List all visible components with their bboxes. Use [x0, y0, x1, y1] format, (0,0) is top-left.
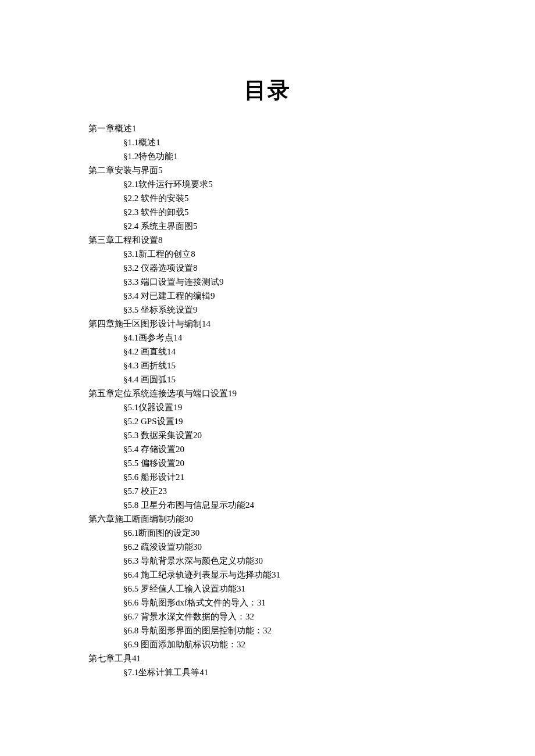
page-title: 目录 [0, 76, 535, 105]
section-item: §6.6 导航图形dxf格式文件的导入：31 [88, 596, 535, 610]
section-item: §6.1断面图的设定30 [88, 526, 535, 540]
chapter-heading: 第五章定位系统连接选项与端口设置19 [88, 386, 535, 400]
section-item: §4.2 画直线14 [88, 345, 535, 359]
chapter-heading: 第四章施壬区图形设计与编制14 [88, 317, 535, 331]
section-item: §5.2 GPS设置19 [88, 414, 535, 428]
section-item: §3.4 对已建工程的编辑9 [88, 289, 535, 303]
section-item: §5.8 卫星分布图与信息显示功能24 [88, 498, 535, 512]
table-of-contents: 第一章概述1 §1.1概述1 §1.2特色功能1 第二章安装与界面5 §2.1软… [0, 121, 535, 679]
section-item: §4.3 画折线15 [88, 359, 535, 372]
chapter-heading: 第六章施工断面编制功能30 [88, 512, 535, 526]
section-item: §2.2 软件的安装5 [88, 191, 535, 205]
section-item: §2.4 系统主界面图5 [88, 219, 535, 233]
section-item: §5.4 存储设置20 [88, 442, 535, 456]
chapter-heading: 第七章工具41 [88, 651, 535, 665]
section-item: §6.3 导航背景水深与颜色定义功能30 [88, 554, 535, 568]
section-item: §2.1软件运行环境要求5 [88, 177, 535, 191]
section-item: §6.4 施工纪录轨迹列表显示与选择功能31 [88, 568, 535, 582]
section-item: §6.2 疏浚设置功能30 [88, 540, 535, 554]
chapter-heading: 第一章概述1 [88, 121, 535, 135]
section-item: §6.9 图面添加助航标识功能：32 [88, 637, 535, 651]
section-item: §5.6 船形设计21 [88, 470, 535, 484]
section-item: §6.7 背景水深文件数据的导入：32 [88, 610, 535, 624]
chapter-heading: 第二章安装与界面5 [88, 163, 535, 177]
section-item: §5.5 偏移设置20 [88, 456, 535, 470]
section-item: §5.1仪器设置19 [88, 400, 535, 414]
section-item: §1.2特色功能1 [88, 149, 535, 163]
section-item: §1.1概述1 [88, 135, 535, 149]
section-item: §3.3 端口设置与连接测试9 [88, 275, 535, 289]
section-item: §7.1坐标计算工具等41 [88, 665, 535, 679]
section-item: §3.2 仪器选项设置8 [88, 261, 535, 275]
section-item: §4.4 画圆弧15 [88, 372, 535, 386]
section-item: §5.3 数据采集设置20 [88, 428, 535, 442]
chapter-heading: 第三章工程和设置8 [88, 233, 535, 247]
section-item: §6.8 导航图形界面的图层控制功能：32 [88, 624, 535, 637]
section-item: §3.5 坐标系统设置9 [88, 303, 535, 317]
section-item: §6.5 罗经值人工输入设置功能31 [88, 582, 535, 596]
section-item: §3.1新工程的创立8 [88, 247, 535, 261]
section-item: §4.1画参考点14 [88, 331, 535, 345]
section-item: §5.7 校正23 [88, 484, 535, 498]
section-item: §2.3 软件的卸载5 [88, 205, 535, 219]
